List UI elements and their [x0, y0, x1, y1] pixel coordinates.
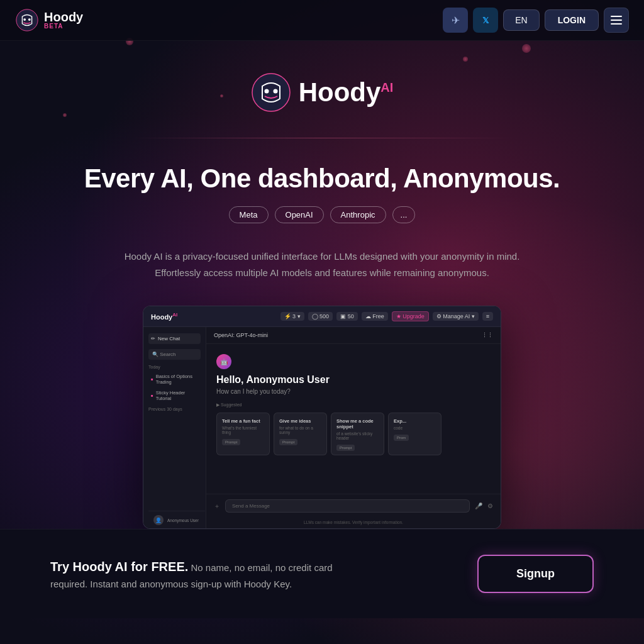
mock-prev-label: Previous 30 days	[148, 407, 201, 411]
mock-chat-main: OpenAI: GPT-4o-mini ⋮⋮ 🤖 Hello, Anonymou…	[206, 327, 501, 528]
telegram-icon: ✈	[452, 14, 460, 26]
menu-button[interactable]	[604, 8, 629, 33]
mock-badge-500: ◯ 500	[308, 312, 333, 321]
ai-tags: Meta OpenAI Anthropic ...	[229, 206, 416, 223]
page-wrapper: Hoody BETA ✈ 𝕏 EN LOGIN	[0, 0, 644, 644]
svg-point-4	[264, 89, 269, 94]
svg-point-3	[252, 74, 290, 111]
tag-openai[interactable]: OpenAI	[275, 206, 324, 223]
mock-input-plus: ＋	[214, 502, 220, 511]
nav-logo-text: Hoody BETA	[44, 11, 83, 30]
mock-chat-item-1: Basics of Options Trading	[148, 372, 201, 387]
hero-logo: HoodyAI	[251, 72, 394, 113]
nav-logo: Hoody BETA	[15, 8, 83, 32]
twitter-button[interactable]: 𝕏	[473, 8, 498, 33]
mock-app-logo: HoodyAI	[151, 312, 177, 321]
mock-card-1: Tell me a fun fact What's the funniest t…	[216, 413, 270, 455]
language-button[interactable]: EN	[503, 9, 539, 31]
mock-app-ui: HoodyAI ⚡ 3 ▾ ◯ 500 ▣ 50 ☁ Free ★ Upgrad…	[143, 306, 501, 528]
svg-point-0	[16, 9, 38, 31]
svg-point-2	[28, 18, 31, 21]
cta-description: Try Hoody AI for FREE. No name, no email…	[50, 557, 333, 592]
mock-body: ✏New Chat 🔍 Search Today Basics of Optio…	[143, 327, 501, 528]
mock-topbar: HoodyAI ⚡ 3 ▾ ◯ 500 ▣ 50 ☁ Free ★ Upgrad…	[143, 306, 501, 327]
cta-text: Try Hoody AI for FREE. No name, no email…	[50, 557, 333, 592]
mock-chat-content: 🤖 Hello, Anonymous User How can I help y…	[206, 344, 501, 494]
menu-line	[611, 16, 622, 17]
mock-new-chat-btn: ✏New Chat	[148, 333, 201, 344]
mock-card-2-btn: Prompt	[279, 439, 297, 445]
mock-hello-title: Hello, Anonymous User	[216, 374, 330, 386]
cta-section: Try Hoody AI for FREE. No name, no email…	[0, 529, 644, 618]
mock-ai-icon: 🤖	[216, 354, 231, 369]
mock-topbar-left: HoodyAI	[151, 312, 177, 321]
mock-user-bar: 👤 Anonymous User	[148, 511, 205, 529]
nav-right-actions: ✈ 𝕏 EN LOGIN	[443, 8, 629, 33]
mock-badge-free: ☁ Free	[362, 312, 388, 321]
mock-suggestion-cards: Tell me a fun fact What's the funniest t…	[216, 413, 441, 455]
cta-title-bold: Try Hoody AI for FREE.	[50, 560, 188, 574]
mock-badge-50: ▣ 50	[336, 312, 358, 321]
mock-card-2: Give me ideas for what to do on a sunny …	[274, 413, 327, 455]
nav-logo-name: Hoody	[44, 11, 83, 23]
hero-logo-name: HoodyAI	[299, 77, 394, 108]
nav-beta-badge: BETA	[44, 23, 83, 30]
hero-logo-icon	[251, 72, 291, 113]
mock-chat-item-2: Sticky Header Tutorial	[148, 388, 201, 403]
mock-card-3: Show me a code snippet of a website's st…	[331, 413, 384, 455]
menu-line	[611, 23, 622, 25]
mock-card-3-btn: Prompt	[336, 445, 355, 451]
mock-topbar-right: ⚡ 3 ▾ ◯ 500 ▣ 50 ☁ Free ★ Upgrade ⚙ Mana…	[280, 311, 493, 321]
mock-disclaimer: LLMs can make mistakes. Verify important…	[206, 518, 501, 528]
tag-anthropic[interactable]: Anthropic	[330, 206, 386, 223]
hoody-logo-icon	[15, 8, 39, 32]
mock-chat-header: OpenAI: GPT-4o-mini ⋮⋮	[206, 327, 501, 344]
mock-today-label: Today	[148, 365, 201, 369]
mock-message-input: Send a Message	[225, 499, 470, 513]
mock-search: 🔍 Search	[148, 349, 201, 360]
mock-input-area: ＋ Send a Message 🎤 ⚙	[206, 494, 501, 518]
svg-point-1	[23, 18, 26, 21]
mock-card-1-btn: Prompt	[222, 439, 240, 445]
tag-meta[interactable]: Meta	[229, 206, 269, 223]
menu-line	[611, 19, 622, 21]
tag-more[interactable]: ...	[392, 206, 416, 223]
mock-badge-upgrade: ★ Upgrade	[392, 311, 429, 321]
svg-point-5	[273, 89, 277, 94]
mock-badge-manage: ⚙ Manage AI ▾	[433, 312, 479, 321]
mock-card-4: Exp... code Prom	[388, 413, 441, 455]
mock-chat-header-icons: ⋮⋮	[482, 332, 493, 338]
mock-user-avatar: 👤	[153, 515, 164, 525]
mock-hello-sub: How can I help you today?	[216, 388, 291, 395]
mock-badge-menu: ≡	[482, 312, 493, 321]
login-button[interactable]: LOGIN	[545, 9, 599, 31]
mock-settings-icon: ⚙	[487, 502, 493, 509]
app-screenshot: HoodyAI ⚡ 3 ▾ ◯ 500 ▣ 50 ☁ Free ★ Upgrad…	[143, 306, 501, 529]
hero-section: HoodyAI Every AI, One dashboard, Anonymo…	[0, 41, 644, 529]
mock-card-4-btn: Prom	[394, 435, 409, 441]
twitter-icon: 𝕏	[482, 16, 489, 25]
mock-sidebar: ✏New Chat 🔍 Search Today Basics of Optio…	[143, 327, 206, 528]
hero-description: Hoody AI is a privacy-focused unified in…	[125, 248, 520, 280]
hero-divider	[133, 138, 511, 138]
mock-badge-count: ⚡ 3 ▾	[280, 312, 304, 321]
mock-mic-icon: 🎤	[475, 502, 482, 509]
navbar: Hoody BETA ✈ 𝕏 EN LOGIN	[0, 0, 644, 41]
telegram-button[interactable]: ✈	[443, 8, 468, 33]
mock-suggested-label: ▶ Suggested	[216, 402, 242, 408]
hero-headline: Every AI, One dashboard, Anonymous.	[84, 164, 560, 194]
signup-button[interactable]: Signup	[477, 555, 594, 593]
